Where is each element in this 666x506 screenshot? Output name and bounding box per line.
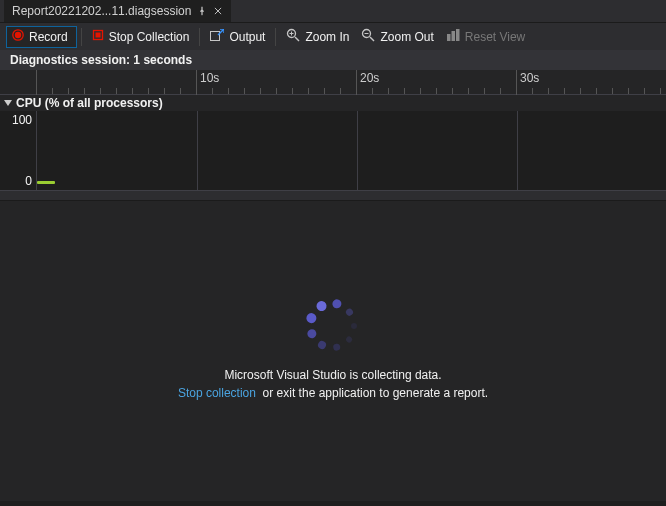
svg-point-1 — [15, 32, 21, 38]
document-tab[interactable]: Report20221202...11.diagsession — [4, 0, 231, 22]
loading-spinner-icon — [309, 302, 357, 350]
cpu-chart-title: CPU (% of all processors) — [16, 96, 163, 110]
stop-icon — [92, 29, 104, 44]
stop-collection-label: Stop Collection — [109, 30, 190, 44]
ytick-label: 100 — [12, 113, 32, 127]
output-button[interactable]: Output — [204, 26, 271, 48]
reset-view-icon — [446, 28, 460, 45]
collecting-hint: Stop collection or exit the application … — [178, 386, 488, 400]
toolbar-separator — [81, 28, 82, 46]
tab-strip: Report20221202...11.diagsession — [0, 0, 666, 22]
tab-title: Report20221202...11.diagsession — [12, 4, 191, 18]
zoom-out-label: Zoom Out — [380, 30, 433, 44]
toolbar: Record Stop Collection Output Zoom In Zo… — [0, 22, 666, 50]
ruler-tick-label: 20s — [360, 71, 379, 85]
record-icon — [12, 29, 24, 44]
svg-rect-3 — [95, 33, 100, 38]
toolbar-separator — [275, 28, 276, 46]
stop-collection-link[interactable]: Stop collection — [178, 386, 256, 400]
collecting-hint-rest: or exit the application to generate a re… — [263, 386, 488, 400]
zoom-out-button[interactable]: Zoom Out — [355, 26, 439, 48]
close-icon[interactable] — [213, 6, 223, 16]
svg-line-10 — [370, 37, 374, 41]
ruler-tick-label: 10s — [200, 71, 219, 85]
collecting-message: Microsoft Visual Studio is collecting da… — [224, 368, 441, 382]
panel-divider — [0, 191, 666, 201]
collecting-panel: Microsoft Visual Studio is collecting da… — [0, 201, 666, 501]
session-status-text: Diagnostics session: 1 seconds — [10, 53, 192, 67]
svg-rect-13 — [451, 31, 455, 41]
zoom-in-icon — [286, 28, 300, 45]
output-icon — [210, 29, 224, 44]
zoom-in-label: Zoom In — [305, 30, 349, 44]
zoom-in-button[interactable]: Zoom In — [280, 26, 355, 48]
cpu-chart-plot — [36, 111, 666, 190]
cpu-series-line — [37, 181, 55, 184]
cpu-chart[interactable]: 100 0 — [0, 111, 666, 191]
svg-rect-4 — [211, 32, 220, 41]
reset-view-button[interactable]: Reset View — [440, 26, 531, 48]
reset-view-label: Reset View — [465, 30, 525, 44]
toolbar-separator — [199, 28, 200, 46]
ruler-tick-label: 30s — [520, 71, 539, 85]
ytick-label: 0 — [25, 174, 32, 188]
zoom-out-icon — [361, 28, 375, 45]
timeline-ruler[interactable]: 10s 20s 30s — [0, 70, 666, 95]
output-label: Output — [229, 30, 265, 44]
cpu-chart-yaxis: 100 0 — [0, 111, 36, 190]
svg-rect-12 — [447, 34, 451, 41]
record-label: Record — [29, 30, 68, 44]
collapse-icon — [4, 100, 12, 106]
stop-collection-button[interactable]: Stop Collection — [86, 26, 196, 48]
cpu-chart-header[interactable]: CPU (% of all processors) — [0, 95, 666, 111]
svg-rect-14 — [456, 29, 460, 41]
svg-line-6 — [295, 37, 299, 41]
session-status: Diagnostics session: 1 seconds — [0, 50, 666, 70]
pin-icon[interactable] — [197, 6, 207, 16]
record-button[interactable]: Record — [6, 26, 77, 48]
